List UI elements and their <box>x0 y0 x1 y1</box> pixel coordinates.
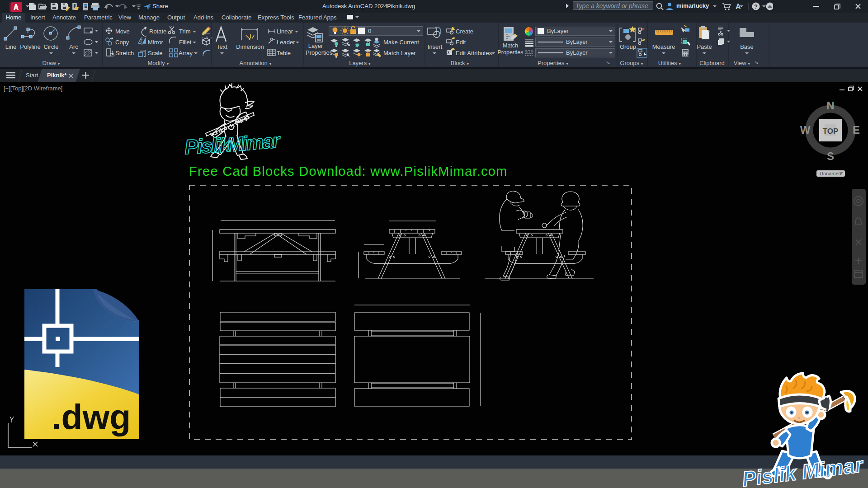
svg-text:Pislik: Pislik <box>184 133 232 159</box>
svg-text:TOP: TOP <box>823 127 839 136</box>
svg-text:E: E <box>853 124 860 136</box>
svg-text:S: S <box>827 150 834 162</box>
svg-text:N: N <box>826 99 834 112</box>
svg-text:Mimar: Mimar <box>226 129 282 156</box>
svg-text:[−][Top][2D Wireframe]: [−][Top][2D Wireframe] <box>4 85 62 92</box>
svg-text:W: W <box>800 124 811 136</box>
svg-text:.dwg: .dwg <box>52 398 131 436</box>
svg-text:Free Cad Blocks Download: www.: Free Cad Blocks Download: www.PislikMima… <box>189 164 508 178</box>
svg-text:Unnamed: Unnamed <box>820 171 841 176</box>
